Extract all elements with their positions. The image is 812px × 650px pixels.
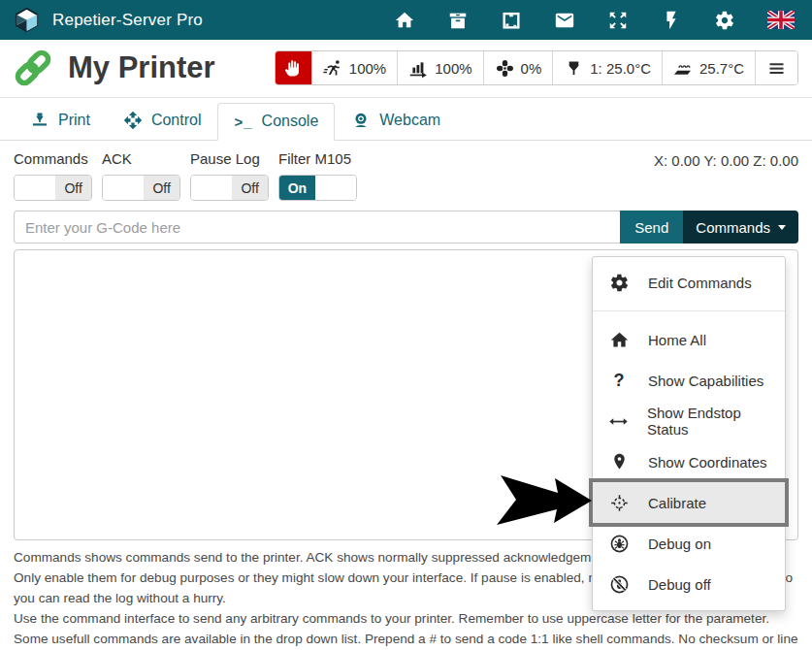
terminal-icon: >_: [234, 114, 252, 130]
commands-button-label: Commands: [696, 219, 770, 236]
commands-dropdown-menu: Edit Commands Home All ? Show Capabiliti…: [592, 256, 786, 611]
menu-item-label: Show Coordinates: [648, 454, 767, 471]
printer-menu-button[interactable]: [755, 51, 797, 84]
storage-box-icon[interactable]: [447, 10, 469, 31]
menu-item-label: Calibrate: [648, 495, 706, 511]
fan-button[interactable]: 0%: [483, 51, 553, 84]
power-bolt-icon[interactable]: [661, 10, 682, 31]
ack-toggle[interactable]: Off: [102, 175, 180, 201]
fan-value: 0%: [521, 60, 542, 77]
send-button[interactable]: Send: [620, 211, 683, 244]
speed-button[interactable]: 100%: [311, 51, 397, 84]
language-flag-uk-icon[interactable]: [767, 11, 795, 29]
printer-header: My Printer 100% 100%: [0, 40, 812, 98]
tab-label: Console: [262, 113, 319, 130]
stop-hand-icon: [283, 58, 304, 79]
page-title: My Printer: [68, 50, 215, 85]
console-controls: Commands Off ACK Off Pause Log Off Filte…: [0, 141, 812, 201]
toggle-label: Filter M105: [278, 150, 357, 167]
position-readout: X: 0.00 Y: 0.00 Z: 0.00: [654, 150, 798, 201]
menu-item-label: Show Capabilities: [648, 373, 763, 389]
toggle-commands: Commands Off: [14, 150, 92, 201]
hamburger-menu-icon: [766, 58, 787, 79]
tab-label: Print: [58, 112, 90, 129]
gcode-input-row: Send Commands: [14, 211, 798, 244]
toggle-ack: ACK Off: [102, 150, 180, 201]
tab-label: Webcam: [379, 112, 440, 129]
toggle-label: Pause Log: [190, 150, 269, 167]
toggle-state: Off: [55, 176, 91, 200]
toggle-filter-m105: Filter M105 On: [278, 150, 357, 201]
bug-icon: [608, 533, 630, 554]
toggle-label: ACK: [102, 150, 180, 167]
toggle-label: Commands: [14, 150, 92, 167]
home-icon: [608, 329, 630, 350]
printer-tabs: Print Control >_ Console Webcam: [0, 98, 812, 141]
extruder-temp-value: 1: 25.0°C: [590, 60, 651, 77]
printer-status-toolbar: 100% 100% 0%: [275, 50, 798, 85]
menu-divider: [593, 310, 785, 311]
filter-m105-toggle[interactable]: On: [278, 175, 357, 201]
commands-toggle[interactable]: Off: [14, 175, 92, 201]
menu-item-show-capabilities[interactable]: ? Show Capabilities: [593, 360, 785, 401]
settings-gear-icon[interactable]: [714, 10, 735, 31]
printer-frame-icon[interactable]: [501, 10, 522, 31]
map-pin-icon: [608, 451, 630, 472]
flow-bars-icon: [408, 58, 429, 79]
heated-bed-icon: [673, 58, 694, 79]
toggle-state: Off: [144, 176, 179, 200]
flow-button[interactable]: 100%: [397, 51, 482, 84]
messages-icon[interactable]: [554, 10, 575, 31]
menu-item-debug-off[interactable]: Debug off: [593, 564, 785, 604]
pause-log-toggle[interactable]: Off: [190, 175, 269, 201]
fullscreen-icon[interactable]: [607, 10, 629, 31]
print-icon: [30, 111, 49, 130]
gcode-input[interactable]: [14, 211, 620, 244]
move-arrows-icon: [123, 111, 143, 130]
tab-print[interactable]: Print: [14, 101, 107, 141]
chevron-down-icon: [778, 225, 786, 230]
toggle-knob: [191, 176, 232, 200]
toggle-state: Off: [232, 176, 268, 200]
tab-console[interactable]: >_ Console: [217, 103, 335, 141]
menu-item-label: Edit Commands: [648, 275, 752, 291]
menu-item-label: Home All: [648, 332, 706, 348]
speed-value: 100%: [349, 60, 386, 77]
menu-item-home-all[interactable]: Home All: [593, 319, 785, 360]
app-title: Repetier-Server Pro: [52, 11, 203, 30]
bed-temp-value: 25.7°C: [699, 60, 744, 77]
menu-item-debug-on[interactable]: Debug on: [593, 523, 785, 564]
menu-item-show-endstop-status[interactable]: Show Endstop Status: [593, 401, 785, 441]
menu-item-label: Debug off: [648, 576, 711, 593]
topbar: Repetier-Server Pro: [0, 0, 812, 40]
bug-off-icon: [608, 573, 630, 595]
toggle-pause-log: Pause Log Off: [190, 150, 269, 201]
home-icon[interactable]: [394, 10, 415, 31]
menu-item-show-coordinates[interactable]: Show Coordinates: [593, 441, 785, 482]
tab-label: Control: [151, 112, 202, 129]
double-arrow-icon: [608, 410, 629, 432]
menu-item-calibrate[interactable]: Calibrate: [593, 482, 785, 523]
question-icon: ?: [608, 370, 630, 391]
menu-item-label: Debug on: [648, 536, 711, 552]
top-navigation: [394, 10, 795, 31]
speed-runner-icon: [323, 58, 343, 79]
tab-control[interactable]: Control: [107, 101, 218, 141]
fan-icon: [495, 58, 515, 79]
extruder-temp-button[interactable]: 1: 25.0°C: [552, 51, 662, 84]
menu-item-label: Show Endstop Status: [647, 405, 769, 438]
repetier-logo-icon: [14, 7, 40, 33]
crosshair-icon: [608, 492, 630, 513]
webcam-icon: [351, 111, 371, 130]
commands-dropdown-button[interactable]: Commands: [683, 211, 798, 244]
gear-icon: [608, 272, 630, 293]
tab-webcam[interactable]: Webcam: [335, 101, 457, 141]
flow-value: 100%: [435, 60, 471, 77]
toggle-state: On: [279, 176, 315, 200]
bed-temp-button[interactable]: 25.7°C: [662, 51, 755, 84]
toggle-knob: [15, 176, 55, 200]
extruder-icon: [564, 58, 584, 79]
emergency-stop-button[interactable]: [276, 51, 311, 84]
toggle-knob: [103, 176, 144, 200]
menu-item-edit-commands[interactable]: Edit Commands: [593, 262, 785, 303]
